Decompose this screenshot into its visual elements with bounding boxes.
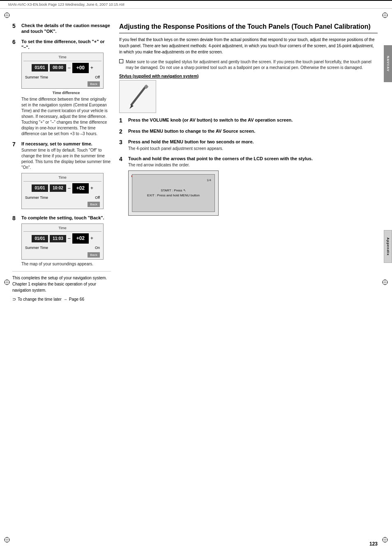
time-panel-3-date: 01/01 — [32, 235, 48, 242]
step-5-title: Check the details of the caution message… — [21, 23, 111, 35]
navi-av-tab[interactable]: NAVI/AV — [384, 45, 392, 82]
content-area: 5 Check the details of the caution messa… — [12, 23, 378, 534]
note-checkbox-icon — [119, 59, 123, 63]
step-7: 7 If necessary, set to summer time. Summ… — [12, 141, 111, 211]
right-step-1-content: Press the VOLUME knob (or AV button) to … — [128, 117, 378, 124]
summer-time-value-1: Off — [95, 75, 100, 80]
plus-icon-3[interactable]: + — [90, 235, 93, 242]
step-7-title: If necessary, set to summer time. — [21, 141, 111, 147]
time-panel-3: Time 01/01 11:03 – +02 + Summer Time On — [21, 223, 104, 260]
calib-start-text: START : Press ↖ EXIT : Press and hold ME… — [147, 188, 200, 198]
step-8-caption: The map of your surroundings appears. — [21, 261, 111, 267]
right-step-2-number: 2 — [119, 128, 126, 135]
step-8: 8 To complete the setting, touch "Back".… — [12, 215, 111, 267]
svg-marker-19 — [129, 105, 134, 109]
summer-time-value-2: Off — [95, 195, 100, 200]
plus-icon-2[interactable]: + — [90, 185, 93, 192]
step-5-number: 5 — [12, 23, 19, 35]
calibration-screen: ↖ 1/4 START : Press ↖ EXIT : Press and h… — [128, 170, 219, 216]
back-button-1[interactable]: Back — [88, 81, 100, 87]
reg-mark-mid-left — [4, 279, 10, 285]
right-step-3-title: Press and hold the MENU button for two s… — [128, 139, 378, 145]
reg-mark-bottom-right — [382, 537, 388, 543]
time-panel-1-date: 01/01 — [32, 64, 48, 71]
right-step-3-body: The 4-point touch panel adjustment scree… — [128, 146, 378, 152]
time-panel-1-title: Time — [23, 55, 101, 61]
time-panel-2: Time 01/01 10:02 – +02 + Summer Time Off — [21, 173, 104, 209]
right-step-1-number: 1 — [119, 117, 126, 124]
reg-mark-bottom-left — [4, 537, 10, 543]
minus-icon-1[interactable]: – — [68, 64, 71, 71]
time-difference-caption: Time difference — [21, 90, 111, 96]
reg-mark-top-left — [4, 12, 10, 18]
summer-time-label-2: Summer Time — [25, 195, 48, 200]
step-8-number: 8 — [12, 215, 19, 267]
minus-icon-2[interactable]: – — [68, 185, 71, 192]
step-6-title: To set the time difference, touch "+" or… — [21, 39, 111, 51]
stylus-image — [119, 80, 156, 113]
step-5: 5 Check the details of the caution messa… — [12, 23, 111, 35]
step-7-number: 7 — [12, 141, 19, 211]
time-value-1: +00 — [72, 63, 89, 73]
minus-icon-3[interactable]: – — [68, 235, 71, 242]
right-step-4-number: 4 — [119, 156, 126, 216]
appendix-tab[interactable]: Appendix — [384, 230, 392, 263]
step-7-content: If necessary, set to summer time. Summer… — [21, 141, 111, 211]
right-step-4-title: Touch and hold the arrows that point to … — [128, 156, 378, 161]
step-8-content: To complete the setting, touch "Back". T… — [21, 215, 111, 267]
right-step-2-title: Press the MENU button to change to the A… — [128, 128, 378, 134]
step-6: 6 To set the time difference, touch "+" … — [12, 39, 111, 137]
right-step-3: 3 Press and hold the MENU button for two… — [119, 139, 378, 151]
back-button-2[interactable]: Back — [88, 202, 100, 207]
right-step-4-body: The red arrow indicates the order. — [128, 162, 378, 168]
divider — [12, 271, 111, 272]
right-step-4: 4 Touch and hold the arrows that point t… — [119, 156, 378, 216]
reg-mark-mid-right — [382, 279, 388, 285]
summer-time-row-2: Summer Time Off — [23, 195, 101, 200]
svg-line-18 — [131, 86, 146, 105]
reg-mark-top-right — [382, 12, 388, 18]
stylus-label: Stylus (supplied with navigation system) — [119, 74, 378, 78]
time-panel-2-row: 01/01 10:02 – +02 + — [23, 183, 101, 193]
calib-inner: 1/4 START : Press ↖ EXIT : Press and hol… — [132, 174, 215, 212]
file-reference: MAN-AVIC-X3-EN.book Page 123 Wednesday, … — [8, 2, 125, 7]
step-6-body: The time difference between the time ori… — [21, 97, 111, 137]
cross-ref-page: Page 66 — [69, 297, 84, 302]
time-panel-1: Time 01/01 00:00 – +00 + Summer Time Off — [21, 53, 104, 89]
step-8-title: To complete the setting, touch "Back". — [21, 215, 111, 221]
arrow-forward-icon: → — [63, 297, 67, 302]
calib-counter: 1/4 — [207, 178, 211, 182]
right-step-2: 2 Press the MENU button to change to the… — [119, 128, 378, 135]
back-button-3[interactable]: Back — [88, 252, 100, 258]
right-step-3-content: Press and hold the MENU button for two s… — [128, 139, 378, 151]
summer-time-label-1: Summer Time — [25, 75, 48, 80]
right-column: Adjusting the Response Positions of the … — [119, 23, 378, 534]
plus-icon-1[interactable]: + — [90, 64, 93, 71]
time-panel-2-title: Time — [23, 175, 101, 182]
time-panel-1-row: 01/01 00:00 – +00 + — [23, 63, 101, 73]
right-step-3-number: 3 — [119, 139, 126, 151]
right-step-4-content: Touch and hold the arrows that point to … — [128, 156, 378, 216]
summer-time-label-3: Summer Time — [25, 245, 48, 251]
time-value-3: +02 — [72, 233, 89, 244]
right-step-1: 1 Press the VOLUME knob (or AV button) t… — [119, 117, 378, 124]
step-5-content: Check the details of the caution message… — [21, 23, 111, 35]
time-panel-3-time: 11:03 — [50, 235, 66, 242]
summer-time-row-1: Summer Time Off — [23, 75, 101, 80]
intro-text: If you feel that the touch keys on the s… — [119, 37, 378, 55]
note-text: Make sure to use the supplied stylus for… — [126, 59, 378, 71]
stylus-section: Stylus (supplied with navigation system) — [119, 74, 378, 113]
step-7-body: Summer time is off by default. Touch "Of… — [21, 147, 111, 170]
cross-ref: ⊃ To change the time later → Page 66 — [12, 297, 111, 302]
time-panel-3-row: 01/01 11:03 – +02 + — [23, 233, 101, 244]
cross-ref-text: To change the time later — [18, 297, 62, 302]
time-panel-1-time: 00:00 — [50, 64, 66, 71]
left-column: 5 Check the details of the caution messa… — [12, 23, 111, 534]
step-6-number: 6 — [12, 39, 19, 137]
arrow-right-icon: ⊃ — [12, 297, 16, 302]
right-step-2-content: Press the MENU button to change to the A… — [128, 128, 378, 135]
time-value-2: +02 — [72, 183, 89, 193]
step-6-content: To set the time difference, touch "+" or… — [21, 39, 111, 137]
right-step-1-title: Press the VOLUME knob (or AV button) to … — [128, 117, 378, 123]
time-panel-2-time: 10:02 — [50, 184, 66, 192]
